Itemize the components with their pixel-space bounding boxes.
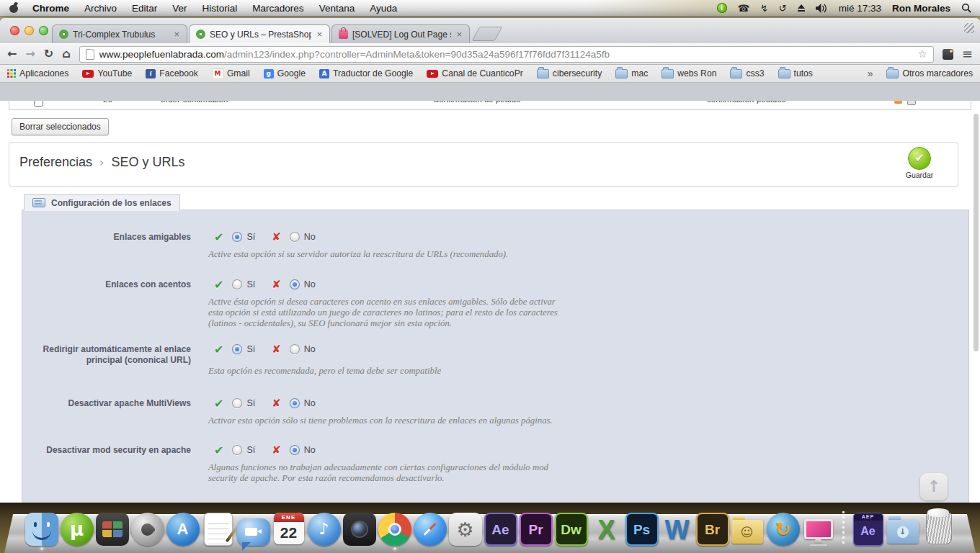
- downloads-folder-icon[interactable]: ↓: [887, 513, 920, 546]
- new-tab-button[interactable]: [472, 27, 503, 41]
- utorrent-icon[interactable]: µ: [61, 513, 94, 546]
- window-resize-grip[interactable]: [964, 23, 974, 33]
- radio-no[interactable]: [290, 344, 300, 354]
- textedit-icon[interactable]: [202, 513, 235, 546]
- volume-icon[interactable]: [816, 4, 828, 13]
- bookmark-folder-cibersecurity[interactable]: cibersecurity: [537, 68, 602, 78]
- menu-archivo[interactable]: Archivo: [84, 3, 117, 14]
- bridge-icon[interactable]: Br: [696, 513, 729, 546]
- dashboard-icon[interactable]: [96, 513, 129, 546]
- delete-icon[interactable]: [907, 101, 916, 105]
- chrome-menu-icon[interactable]: ≡: [962, 48, 973, 60]
- bookmark-star-icon[interactable]: ☆: [917, 48, 927, 60]
- apple-menu-icon[interactable]: [9, 3, 19, 14]
- tab-seo-urls[interactable]: SEO y URLs – PrestaShop™ ×: [189, 24, 330, 43]
- spotlight-icon[interactable]: [961, 3, 971, 13]
- page-scrollbar-thumb[interactable]: [974, 114, 979, 351]
- time-machine-icon[interactable]: ↺: [779, 3, 787, 14]
- calendar-icon[interactable]: ENE22: [272, 513, 306, 546]
- radio-yes[interactable]: [232, 279, 242, 289]
- system-preferences-icon[interactable]: ⚙: [449, 513, 482, 546]
- back-button[interactable]: ←: [7, 48, 17, 60]
- tab-close-icon[interactable]: ×: [173, 29, 180, 40]
- tab-logout-page[interactable]: [SOLVED] Log Out Page sho ×: [331, 24, 470, 43]
- globe-sync-icon[interactable]: ↻: [767, 513, 800, 546]
- bookmark-folder-tutos[interactable]: tutos: [778, 68, 813, 78]
- menu-editar[interactable]: Editar: [132, 3, 157, 14]
- save-button[interactable]: ✔ Guardar: [897, 147, 942, 179]
- chrome-icon[interactable]: [378, 513, 411, 546]
- after-effects-icon[interactable]: Ae: [484, 513, 517, 546]
- menu-historial[interactable]: Historial: [202, 3, 238, 14]
- radio-no-label[interactable]: No: [304, 344, 316, 354]
- imac-display-icon[interactable]: [802, 513, 835, 546]
- launchpad-icon[interactable]: [131, 513, 164, 546]
- radio-yes[interactable]: [232, 398, 242, 408]
- edit-icon[interactable]: [894, 101, 902, 104]
- messages-icon[interactable]: [237, 513, 270, 546]
- photo-booth-icon[interactable]: [343, 513, 376, 546]
- dreamweaver-icon[interactable]: Dw: [555, 513, 588, 546]
- bookmark-folder-css3[interactable]: css3: [730, 68, 764, 78]
- home-button[interactable]: ⌂: [62, 48, 70, 60]
- row-checkbox[interactable]: [34, 101, 43, 107]
- excel-icon[interactable]: X: [590, 513, 623, 546]
- menu-clock[interactable]: mié 17:33: [839, 3, 881, 14]
- bookmark-youtube[interactable]: YouTube: [82, 68, 132, 78]
- other-bookmarks[interactable]: Otros marcadores: [886, 68, 973, 78]
- radio-yes[interactable]: [232, 232, 242, 242]
- menu-ver[interactable]: Ver: [172, 3, 187, 14]
- forward-button[interactable]: →: [25, 48, 35, 60]
- tab-close-icon[interactable]: ×: [316, 29, 323, 40]
- radio-yes-label[interactable]: Sí: [246, 398, 255, 408]
- tab-close-icon[interactable]: ×: [455, 29, 463, 40]
- bookmark-gmail[interactable]: MGmail: [212, 68, 250, 79]
- delete-selected-button[interactable]: Borrar seleccionados: [12, 118, 109, 135]
- zigzag-arrow-icon[interactable]: ↯: [760, 3, 768, 14]
- menu-marcadores[interactable]: Marcadores: [252, 3, 303, 14]
- premiere-icon[interactable]: Pr: [520, 513, 553, 546]
- menu-ventana[interactable]: Ventana: [319, 3, 355, 14]
- close-window-button[interactable]: [10, 26, 19, 35]
- radio-yes-label[interactable]: Sí: [246, 232, 255, 242]
- bookmark-google[interactable]: gGoogle: [264, 68, 306, 78]
- radio-no[interactable]: [290, 398, 300, 408]
- after-effects-project-icon[interactable]: AEPAe: [852, 513, 885, 546]
- safari-icon[interactable]: [414, 513, 447, 546]
- user-menu[interactable]: Ron Morales: [892, 3, 950, 14]
- minimize-window-button[interactable]: [24, 26, 34, 35]
- tab-tri-complex[interactable]: Tri-Complex Trubulus ×: [52, 24, 187, 43]
- itunes-icon[interactable]: ♪: [308, 513, 341, 546]
- zoom-window-button[interactable]: [39, 26, 48, 35]
- word-icon[interactable]: W: [661, 513, 694, 546]
- radio-no-label[interactable]: No: [304, 445, 316, 455]
- extension-icon[interactable]: [943, 49, 953, 60]
- radio-yes-label[interactable]: Sí: [246, 445, 255, 455]
- radio-no-label[interactable]: No: [304, 398, 316, 408]
- trash-icon[interactable]: [922, 513, 956, 546]
- menu-ayuda[interactable]: Ayuda: [370, 3, 397, 14]
- reload-button[interactable]: ↻: [44, 48, 53, 60]
- eject-icon[interactable]: [798, 4, 805, 12]
- radio-yes-label[interactable]: Sí: [246, 279, 255, 289]
- radio-yes[interactable]: [232, 344, 242, 354]
- bookmark-traductor[interactable]: ATraductor de Google: [319, 68, 413, 78]
- radio-no[interactable]: [290, 279, 300, 289]
- scroll-to-top-button[interactable]: ↑: [920, 473, 948, 500]
- breadcrumb-preferencias[interactable]: Preferencias: [19, 155, 92, 170]
- photoshop-icon[interactable]: Ps: [625, 513, 659, 546]
- bookmark-canal-cuantico[interactable]: Canal de CuanticoPr: [427, 68, 522, 78]
- bookmark-folder-mac[interactable]: mac: [615, 68, 648, 78]
- bookmark-aplicaciones[interactable]: Aplicaciones: [7, 68, 68, 78]
- finder-icon[interactable]: [25, 513, 58, 546]
- menu-chrome[interactable]: Chrome: [32, 3, 69, 14]
- radio-yes[interactable]: [232, 445, 242, 455]
- bookmark-facebook[interactable]: fFacebook: [146, 68, 198, 78]
- phone-icon[interactable]: ☎: [738, 3, 749, 14]
- radio-no-label[interactable]: No: [304, 279, 316, 289]
- address-bar[interactable]: www.peoplefuenlabrada.com/admin123/index…: [79, 46, 934, 63]
- bookmark-folder-webs-ron[interactable]: webs Ron: [662, 68, 716, 78]
- app-store-icon[interactable]: A: [166, 513, 200, 546]
- page-icon[interactable]: [86, 49, 94, 60]
- radio-no[interactable]: [290, 232, 300, 242]
